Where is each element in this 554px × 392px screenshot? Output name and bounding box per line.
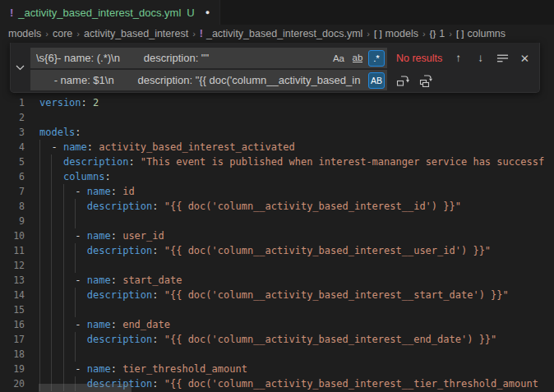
modified-dot-icon[interactable]: ● [205, 8, 210, 16]
indent-guide [39, 199, 40, 214]
indent-guide [51, 154, 52, 169]
indent-guide [51, 288, 52, 302]
indent-guide [51, 228, 52, 243]
code-line-content: - name: tier_threshold_amount [39, 362, 554, 376]
code-line[interactable]: 15 [0, 302, 554, 317]
code-line[interactable]: 9 [0, 214, 554, 228]
replace-all-button[interactable] [418, 72, 433, 88]
indent-guide [51, 362, 52, 376]
line-number: 5 [0, 154, 25, 169]
code-line-content [39, 214, 554, 228]
breadcrumb-item[interactable]: [ ]columns [456, 28, 506, 39]
code-line[interactable]: 13 - name: start_date [0, 273, 554, 288]
line-number: 16 [0, 317, 25, 332]
breadcrumb-label: models [385, 28, 418, 39]
breadcrumb-label: columns [467, 28, 506, 39]
indent-guide [63, 288, 64, 302]
find-previous-button[interactable]: ↑ [450, 50, 466, 66]
code-line[interactable]: 3models: [0, 125, 554, 140]
horizontal-scrollbar[interactable] [39, 384, 132, 392]
code-line[interactable]: 8 description: "{{ doc('column__activity… [0, 199, 554, 214]
chevron-right-icon: › [76, 29, 80, 39]
code-line[interactable]: 19 - name: tier_threshold_amount [0, 362, 554, 376]
code-line-content: - name: end_date [39, 317, 554, 332]
code-line[interactable]: 6 columns: [0, 169, 554, 184]
code-line[interactable]: 14 description: "{{ doc('column__activit… [0, 288, 554, 302]
line-number: 3 [0, 125, 25, 140]
code-line-content: - name: id [39, 184, 554, 199]
match-case-button[interactable]: Aa [330, 50, 347, 67]
code-line[interactable]: 4 - name: activity_based_interest_activa… [0, 140, 554, 154]
indent-guide [63, 302, 64, 317]
code-line-content [39, 302, 554, 317]
indent-guide [63, 243, 64, 258]
code-line[interactable]: 5 description: "This event is published … [0, 154, 554, 169]
indent-guide [39, 243, 40, 258]
code-line[interactable]: 10 - name: user_id [0, 228, 554, 243]
code-line[interactable]: 17 description: "{{ doc('column__activit… [0, 332, 554, 347]
line-number: 13 [0, 273, 25, 288]
toggle-replace-button[interactable] [11, 43, 29, 92]
indent-guide [63, 332, 64, 347]
code-line[interactable]: 1version: 2 [0, 95, 554, 110]
line-number: 14 [0, 288, 25, 302]
line-number: 18 [0, 347, 25, 362]
line-number: 11 [0, 243, 25, 258]
indent-guide [39, 317, 40, 332]
chevron-down-icon [16, 65, 25, 71]
breadcrumb-label: 1 [439, 28, 445, 39]
close-find-button[interactable]: ✕ [517, 50, 533, 66]
whole-word-button[interactable]: ab [349, 50, 366, 67]
code-line-content: - name: activity_based_interest_activate… [39, 140, 554, 154]
indent-guide [39, 140, 40, 154]
editor-tab[interactable]: ! _activity_based_interest_docs.yml U ● [0, 0, 220, 25]
line-number: 7 [0, 184, 25, 199]
find-next-button[interactable]: ↓ [473, 50, 488, 66]
indent-guide [63, 214, 64, 228]
code-line[interactable]: 7 - name: id [0, 184, 554, 199]
breadcrumb-item[interactable]: !_activity_based_interest_docs.yml [200, 28, 363, 39]
code-line-content: description: "{{ doc('column__activity_b… [39, 243, 554, 258]
indent-guide [75, 258, 76, 273]
whole-word-icon: ab [353, 53, 363, 62]
breadcrumb-item[interactable]: models [8, 28, 41, 39]
find-in-selection-button[interactable] [495, 50, 510, 66]
code-line-content: - name: user_id [39, 228, 554, 243]
selection-icon [496, 52, 509, 64]
indent-guide [75, 347, 76, 362]
indent-guide [51, 302, 52, 317]
replace-button[interactable] [395, 72, 410, 88]
replace-all-icon [419, 74, 432, 87]
chevron-right-icon: › [367, 29, 370, 39]
replace-icon [396, 74, 409, 87]
tab-title: _activity_based_interest_docs.yml [18, 7, 181, 19]
breadcrumb-item[interactable]: activity_based_interest [84, 28, 188, 39]
indent-guide [39, 288, 40, 302]
indent-guide [39, 362, 40, 376]
line-number: 10 [0, 228, 25, 243]
code-line-content [39, 347, 554, 362]
breadcrumb-item[interactable]: {}1 [430, 28, 446, 39]
code-line[interactable]: 18 [0, 347, 554, 362]
indent-guide [39, 347, 40, 362]
code-line[interactable]: 2 [0, 110, 554, 125]
code-line[interactable]: 16 - name: end_date [0, 317, 554, 332]
breadcrumb-item[interactable]: [ ]models [374, 28, 418, 39]
replace-input[interactable] [30, 70, 387, 90]
breadcrumb-label: models [8, 28, 41, 39]
indent-guide [51, 332, 52, 347]
preserve-case-button[interactable]: AB [368, 72, 385, 89]
code-line-content: description: "{{ doc('column__activity_b… [39, 199, 554, 214]
indent-guide [75, 288, 76, 302]
indent-guide [75, 199, 76, 214]
indent-guide [51, 347, 52, 362]
code-area[interactable]: 1version: 223models:4 - name: activity_b… [0, 95, 554, 391]
code-line[interactable]: 12 [0, 258, 554, 273]
regex-button[interactable]: .* [368, 50, 385, 67]
line-number: 20 [0, 376, 25, 391]
indent-guide [75, 302, 76, 317]
breadcrumb-item[interactable]: core [53, 28, 72, 39]
code-line[interactable]: 11 description: "{{ doc('column__activit… [0, 243, 554, 258]
object-symbol-icon: {} [430, 29, 436, 39]
indent-guide [39, 169, 40, 184]
